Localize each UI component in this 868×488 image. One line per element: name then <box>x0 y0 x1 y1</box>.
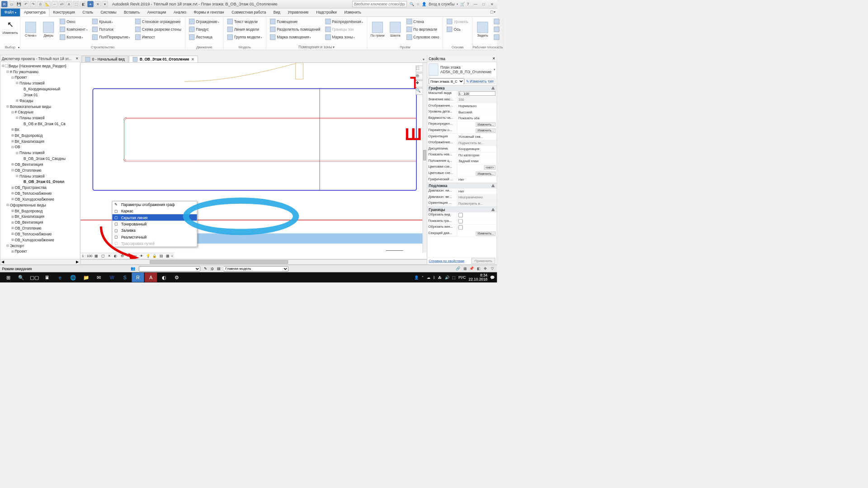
maximize-button[interactable]: □ <box>480 1 488 7</box>
select-links-icon[interactable]: 🔗 <box>455 266 461 272</box>
grid-button[interactable]: Ось <box>445 26 470 33</box>
ref-plane-button[interactable] <box>492 26 501 33</box>
tray-up-icon[interactable]: ˄ <box>422 275 424 280</box>
visual-style-realistic[interactable]: ▢Реалистичный <box>112 234 197 240</box>
minimize-button[interactable]: — <box>472 1 479 7</box>
tab-manage[interactable]: Управление <box>284 9 312 16</box>
thin-lines-icon[interactable]: ≡ <box>87 1 94 7</box>
area-tag-button[interactable]: Марка зоны <box>323 33 365 41</box>
close-button[interactable]: ✕ <box>488 1 496 7</box>
app-menu-button[interactable]: R <box>1 1 8 7</box>
room-button[interactable]: Помещение <box>268 18 322 25</box>
crop-visible-checkbox[interactable] <box>458 219 463 224</box>
tab-modify[interactable]: Изменить <box>340 9 365 16</box>
modify-button[interactable]: ↖Изменить <box>2 18 19 36</box>
network-icon[interactable]: 🖧 <box>438 275 442 279</box>
view-scale-input[interactable] <box>458 91 495 96</box>
tab-analyze[interactable]: Анализ <box>170 9 190 16</box>
word-icon[interactable]: W <box>106 272 118 282</box>
switch-icon[interactable]: ⬚ <box>452 275 456 280</box>
vv-overrides-button[interactable]: Изменить... <box>476 122 495 127</box>
room-separator-button[interactable]: Разделитель помещений <box>268 26 322 33</box>
close-icon[interactable]: ✕ <box>492 56 495 61</box>
vertical-opening-button[interactable]: По вертикали <box>405 26 441 33</box>
redo-icon[interactable]: ↷ <box>30 1 36 7</box>
reveal-hidden-icon[interactable]: 💡 <box>145 253 151 258</box>
exchange-icon[interactable]: 🛒 <box>460 2 465 6</box>
close-icon[interactable]: ✕ <box>75 56 79 61</box>
constraints-icon[interactable]: 🔒 <box>152 253 157 258</box>
wall-button[interactable]: Стена <box>23 18 39 41</box>
select-underlay-icon[interactable]: ▦ <box>462 266 467 272</box>
properties-help-link[interactable]: Справка по свойствам <box>429 259 464 263</box>
tag-icon[interactable]: 🏷 <box>59 1 65 7</box>
print-icon[interactable]: ⎙ <box>37 1 43 7</box>
design-option-selector[interactable]: Главная модель <box>224 266 288 272</box>
crop-view-icon[interactable]: ✂ <box>126 253 131 258</box>
help-icon[interactable]: ? <box>467 2 469 6</box>
show-plane-button[interactable] <box>492 18 501 25</box>
instance-selector[interactable]: План этажа: В_С <box>429 78 464 84</box>
tab-insert[interactable]: Вставить <box>120 9 144 16</box>
roof-button[interactable]: Крыша <box>90 18 132 25</box>
calculator-icon[interactable]: 🖩 <box>41 272 53 282</box>
column-button[interactable]: Колонна <box>58 33 89 41</box>
viewer-button[interactable] <box>492 33 501 41</box>
model-line-button[interactable]: Линия модели <box>226 26 264 33</box>
dim-icon[interactable]: ↔ <box>52 1 58 7</box>
project-browser-header[interactable]: Диспетчер проекта - Тёплый пол 1й эт...✕ <box>0 55 80 62</box>
filter-selection-icon[interactable]: ▽ <box>490 266 495 272</box>
text-icon[interactable]: A <box>66 1 72 7</box>
view-range-button[interactable]: Изменить... <box>476 231 495 235</box>
editable-only-icon[interactable]: ✎ <box>204 267 207 271</box>
volume-icon[interactable]: 🔊 <box>445 275 450 280</box>
bluetooth-icon[interactable]: ᛒ <box>433 275 435 279</box>
component-button[interactable]: Компонент <box>58 26 89 33</box>
curtain-wall-button[interactable]: Стеновое ограждение <box>133 18 183 25</box>
model-group-button[interactable]: Группа модели <box>226 33 264 41</box>
save-icon[interactable]: 💾 <box>16 1 22 7</box>
measure-icon[interactable]: 📐 <box>44 1 51 7</box>
language-indicator[interactable]: РУС <box>458 275 466 279</box>
switch-windows-icon[interactable]: ▾ <box>102 1 108 7</box>
browser-icon[interactable]: 🌐 <box>67 272 79 282</box>
workset-selector[interactable] <box>139 266 200 272</box>
clock[interactable]: 8:3422.10.2018 <box>469 273 488 282</box>
select-pinned-icon[interactable]: 📌 <box>469 266 474 272</box>
property-grid[interactable]: Графика⯅ Масштаб вида Значение мас...100… <box>427 85 496 257</box>
notifications-icon[interactable]: 💬 <box>490 275 495 280</box>
drag-elements-icon[interactable]: ✥ <box>483 266 488 272</box>
set-workplane-button[interactable]: Задать <box>474 18 491 41</box>
mullion-button[interactable]: Импост <box>133 33 183 41</box>
user-icon[interactable]: 👤 <box>422 2 427 6</box>
sun-path-icon[interactable]: ☀ <box>106 253 112 258</box>
undo-icon[interactable]: ↶ <box>23 1 29 7</box>
horizontal-scrollbar[interactable] <box>80 259 427 265</box>
explorer-icon[interactable]: 📁 <box>80 272 92 282</box>
skype-icon[interactable]: S <box>119 272 131 282</box>
tab-annotate[interactable]: Аннотации <box>143 9 170 16</box>
system-color-button[interactable]: Изменить... <box>476 171 495 175</box>
infocenter-icon[interactable]: 🔍 <box>410 2 415 6</box>
crop-view-checkbox[interactable] <box>458 213 463 217</box>
hide-isolate-icon[interactable]: 👁 <box>139 253 144 258</box>
start-button[interactable]: ⊞ <box>2 272 14 282</box>
tab-view[interactable]: Вид <box>270 9 284 16</box>
tab-collaborate[interactable]: Совместная работа <box>228 9 270 16</box>
area-boundary-button[interactable]: Границы зон <box>323 26 365 33</box>
scale-control[interactable]: 1 : 100 <box>82 254 92 258</box>
visual-style-hidden-line[interactable]: ▢Скрытая линия <box>112 214 197 221</box>
autocad-icon[interactable]: A <box>145 272 157 282</box>
apply-button[interactable]: Применить <box>472 258 495 264</box>
color-scheme-button[interactable]: <нет> <box>484 165 495 169</box>
section-icon[interactable]: ◧ <box>80 1 86 7</box>
visual-style-shaded[interactable]: ▢Тонированный <box>112 221 197 227</box>
tab-file[interactable]: Файл <box>1 9 20 16</box>
rendering-icon[interactable]: ⚙ <box>119 253 125 258</box>
ramp-button[interactable]: Пандус <box>187 26 221 33</box>
type-selector[interactable]: План этажаADSK_ОВ_В_ПЭ_Отопление ▾ <box>427 62 496 77</box>
visual-style-consistent[interactable]: ▢Заливка <box>112 227 197 234</box>
vertical-scrollbar[interactable] <box>423 63 427 253</box>
by-face-button[interactable]: По грани <box>369 18 386 41</box>
wall-opening-button[interactable]: Стена <box>405 18 441 25</box>
